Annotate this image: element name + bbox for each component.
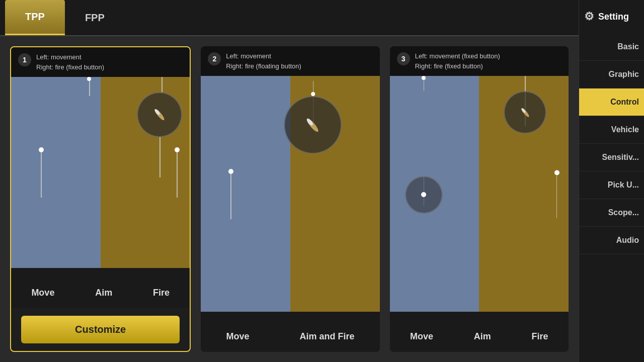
preview-overlay-2	[201, 76, 379, 312]
sidebar: ⚙ Setting Basic Graphic Control Vehicle …	[579, 0, 644, 362]
label-aim-1: Aim	[95, 288, 112, 298]
tab-bar: TPP FPP	[0, 0, 579, 36]
preview-overlay-1	[11, 77, 190, 268]
label-fire-3: Fire	[532, 331, 548, 342]
sidebar-item-control[interactable]: Control	[579, 88, 644, 116]
card-labels-3: Move Aim Fire	[390, 312, 569, 352]
control-card-1[interactable]: 1 Left: movement Right: fire (fixed butt…	[10, 46, 191, 352]
card-header-3: 3 Left: movement (fixed button) Right: f…	[390, 46, 569, 76]
card-desc-3: Left: movement (fixed button) Right: fir…	[415, 51, 500, 71]
customize-button[interactable]: Customize	[21, 316, 180, 343]
card-number-2: 2	[208, 52, 221, 65]
card-header-2: 2 Left: movement Right: fire (floating b…	[201, 46, 379, 76]
label-move-3: Move	[410, 331, 433, 342]
sidebar-item-graphic[interactable]: Graphic	[579, 61, 644, 88]
card-header-1: 1 Left: movement Right: fire (fixed butt…	[11, 47, 190, 77]
card-desc-2: Left: movement Right: fire (floating but…	[226, 51, 301, 71]
sidebar-item-scope[interactable]: Scope...	[579, 199, 644, 227]
control-card-2[interactable]: 2 Left: movement Right: fire (floating b…	[201, 46, 379, 352]
sidebar-item-pickup[interactable]: Pick U...	[579, 171, 644, 199]
label-fire-1: Fire	[153, 288, 170, 298]
sidebar-header: ⚙ Setting	[579, 0, 644, 33]
tab-fpp[interactable]: FPP	[65, 0, 125, 35]
card-number-3: 3	[397, 52, 410, 65]
controls-area: 1 Left: movement Right: fire (fixed butt…	[0, 36, 579, 362]
gear-icon: ⚙	[584, 10, 594, 23]
tab-tpp[interactable]: TPP	[5, 0, 65, 35]
sidebar-item-audio[interactable]: Audio	[579, 227, 644, 254]
sidebar-item-vehicle[interactable]: Vehicle	[579, 116, 644, 144]
label-aim-fire-2: Aim and Fire	[300, 331, 355, 342]
card-preview-1	[11, 77, 190, 268]
card-labels-1: Move Aim Fire	[11, 268, 190, 308]
sidebar-title: Setting	[598, 12, 629, 22]
card-number-1: 1	[18, 53, 31, 66]
label-aim-3: Aim	[474, 331, 491, 342]
preview-overlay-3	[390, 76, 569, 312]
card-preview-2	[201, 76, 379, 312]
card-preview-3	[390, 76, 569, 312]
main-content: TPP FPP 1 Left: movement Right: fire (fi…	[0, 0, 579, 362]
sidebar-item-basic[interactable]: Basic	[579, 33, 644, 61]
sidebar-item-sensitivity[interactable]: Sensitiv...	[579, 144, 644, 171]
label-move-2: Move	[226, 331, 249, 342]
card-desc-1: Left: movement Right: fire (fixed button…	[36, 52, 104, 72]
card-labels-2: Move Aim and Fire	[201, 312, 379, 352]
label-move-1: Move	[31, 288, 54, 298]
control-card-3[interactable]: 3 Left: movement (fixed button) Right: f…	[390, 46, 569, 352]
